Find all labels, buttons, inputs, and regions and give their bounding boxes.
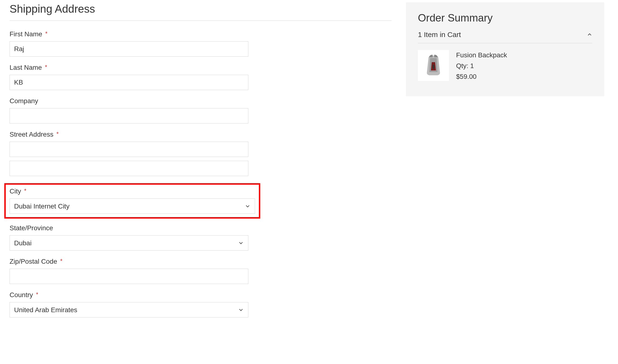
first-name-input[interactable] [10,41,248,57]
country-label: Country [10,291,392,299]
street-address-line2-input[interactable] [10,161,248,176]
company-input[interactable] [10,108,248,123]
order-summary-sidebar: Order Summary 1 Item in Cart [406,2,604,325]
first-name-field: First Name [10,30,392,57]
first-name-label: First Name [10,30,392,38]
street-address-label: Street Address [10,131,392,138]
company-label: Company [10,97,392,105]
cart-item-qty: Qty: 1 [456,61,507,71]
cart-items-count: 1 Item in Cart [418,31,461,39]
state-field: State/Province Dubai [10,224,392,250]
city-label: City [10,187,255,195]
company-field: Company [10,97,392,123]
chevron-up-icon [587,32,592,37]
svg-rect-1 [433,65,434,69]
zip-label: Zip/Postal Code [10,258,392,265]
country-select[interactable]: United Arab Emirates [10,302,248,317]
shipping-address-section: Shipping Address First Name Last Name Co… [10,2,392,325]
last-name-label: Last Name [10,64,392,71]
cart-item: Fusion Backpack Qty: 1 $59.00 [418,50,592,82]
city-field-highlight: City Dubai Internet City [4,183,260,219]
street-address-line1-input[interactable] [10,142,248,157]
last-name-field: Last Name [10,64,392,90]
state-select[interactable]: Dubai [10,235,248,250]
country-field: Country United Arab Emirates [10,291,392,317]
last-name-input[interactable] [10,75,248,90]
product-thumbnail [418,50,449,81]
cart-items-toggle[interactable]: 1 Item in Cart [418,31,592,43]
cart-item-price: $59.00 [456,71,507,82]
zip-field: Zip/Postal Code [10,258,392,284]
city-select[interactable]: Dubai Internet City [10,198,255,214]
zip-input[interactable] [10,269,248,284]
cart-item-name: Fusion Backpack [456,50,507,61]
state-label: State/Province [10,224,392,232]
section-title: Shipping Address [10,2,392,21]
order-summary-title: Order Summary [418,12,592,24]
street-address-field: Street Address [10,131,392,176]
